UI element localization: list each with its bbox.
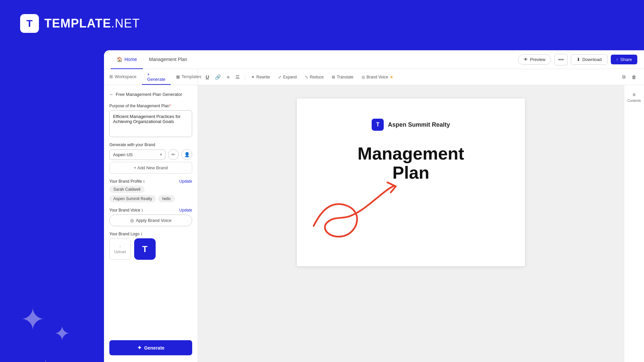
tab-management-plan[interactable]: Management Plan [143, 50, 193, 69]
logo-brand-name: TEMPLATE [44, 16, 111, 30]
tab-workspace-label: Workspace [115, 74, 137, 79]
logo-preview: T [134, 238, 156, 260]
expand-label: Expand [283, 75, 297, 79]
star-icon-2: ✦ [54, 322, 70, 345]
doc-title-line1: Management [358, 144, 464, 163]
translate-button[interactable]: ⊞ Translate [328, 73, 357, 81]
add-brand-button[interactable]: + Add New Brand [109, 162, 192, 174]
share-icon: ↑ [616, 57, 619, 62]
profile-tags: Sarah Caldwell Aspen Summit Realty hello [109, 186, 192, 202]
document-page: T Aspen Summit Realty Management Plan [297, 99, 525, 266]
more-button[interactable]: ••• [554, 54, 568, 65]
reduce-button[interactable]: ⤡ Reduce [302, 73, 327, 81]
edit-icon: ✏ [171, 152, 175, 157]
brand-voice-title-row: Your Brand Voice ℹ [109, 208, 143, 213]
generate-sparkle-icon: ✦ [137, 345, 142, 351]
link-button[interactable]: 🔗 [213, 73, 223, 81]
brand-voice-header: Your Brand Voice ℹ Update [109, 208, 192, 213]
rewrite-button[interactable]: ✦ Rewrite [248, 73, 273, 81]
app-nav-tabs: 🏠 Home Management Plan [111, 50, 193, 69]
doc-brand-icon: T [372, 119, 384, 131]
profile-tag-3: hello [158, 195, 174, 202]
expand-button[interactable]: ⤢ Expand [275, 73, 300, 81]
edit-brand-button[interactable]: ✏ [168, 149, 179, 160]
app-window: 🏠 Home Management Plan 👁 Preview ••• ⬇ D… [104, 50, 644, 362]
copy-button[interactable]: ⧉ [620, 72, 628, 81]
apply-brand-voice-label: Apply Brand Voice [136, 218, 171, 223]
tab-generate[interactable]: + Generate [142, 69, 171, 85]
expand-icon: ⤢ [278, 75, 281, 79]
app-topbar-actions: 👁 Preview ••• ⬇ Download ↑ Share [518, 54, 637, 65]
doc-title: Management Plan [358, 144, 464, 182]
download-label: Download [582, 57, 602, 62]
reduce-label: Reduce [310, 75, 324, 79]
brand-voice-section-label: Your Brand Voice [109, 208, 140, 213]
generate-label: Generate [144, 345, 165, 351]
back-arrow-icon: ← [109, 92, 114, 97]
brand-profile-title-row: Your Brand Profile ℹ [109, 179, 145, 184]
brand-voice-icon: ◎ [362, 75, 365, 79]
star-icon-1: ✦ [20, 302, 45, 337]
tab-home[interactable]: 🏠 Home [111, 50, 143, 69]
top-bar: T TEMPLATE.NET [0, 0, 644, 47]
generate-button[interactable]: ✦ Generate [109, 340, 192, 355]
purpose-input[interactable]: Efficient Management Practices for Achie… [109, 110, 192, 137]
preview-icon: 👁 [524, 57, 528, 62]
list-button[interactable]: ≡ [224, 73, 232, 81]
tab-generate-label: + Generate [147, 72, 165, 82]
preview-button[interactable]: 👁 Preview [518, 54, 551, 65]
brand-profile-header: Your Brand Profile ℹ Update [109, 179, 192, 184]
align-button[interactable]: ☰ [233, 73, 242, 81]
brand-voice-star-icon: ★ [390, 75, 393, 79]
brand-logo-title-row: Your Brand Logo ℹ [109, 232, 142, 236]
underline-button[interactable]: U [203, 73, 211, 81]
more-icon: ••• [558, 57, 564, 63]
brand-voice-info-icon: ℹ [142, 208, 143, 213]
trash-button[interactable]: 🗑 [629, 73, 639, 81]
tab-workspace[interactable]: ⊞ Workspace [104, 69, 142, 85]
back-nav[interactable]: ← Free Management Plan Generator [109, 92, 192, 97]
logo-suffix: .NET [111, 16, 140, 30]
translate-label: Translate [337, 75, 354, 79]
rewrite-icon: ✦ [251, 75, 255, 79]
contents-button[interactable]: ≡ Contents [626, 89, 642, 105]
purpose-label: Purpose of the Management Plan* [109, 104, 192, 108]
translate-icon: ⊞ [332, 75, 335, 79]
brand-logo-info-icon: ℹ [141, 232, 142, 236]
brand-logo-header: Your Brand Logo ℹ [109, 232, 192, 236]
person-icon: 👤 [184, 152, 190, 157]
share-button[interactable]: ↑ Share [611, 55, 637, 64]
templates-icon: ▦ [176, 74, 180, 79]
contents-label: Contents [627, 99, 641, 103]
tab-management-plan-label: Management Plan [149, 57, 187, 62]
toolbar-right-actions: ⧉ 🗑 [620, 72, 639, 81]
toolbar-tabs: ⊞ Workspace + Generate ▦ Templates [104, 69, 198, 85]
brand-voice-button[interactable]: ◎ Brand Voice ★ [358, 73, 397, 81]
profile-tag-2: Aspen Summit Realty [109, 195, 156, 202]
toolbar-separator-1 [245, 74, 245, 80]
brand-voice-update-link[interactable]: Update [179, 208, 192, 213]
purpose-section: Purpose of the Management Plan* Efficien… [109, 104, 192, 137]
apply-brand-voice-button[interactable]: ◎ Apply Brand Voice [109, 215, 192, 226]
brand-section: Generate with your Brand Aspen US Brand … [109, 142, 192, 174]
brand-profile-update-link[interactable]: Update [179, 179, 192, 184]
main-content: ← Free Management Plan Generator Purpose… [104, 85, 644, 362]
brand-select[interactable]: Aspen US Brand 2 Brand 3 [109, 149, 165, 160]
document-area: T Aspen Summit Realty Management Plan [198, 85, 624, 362]
logo-letter: T [26, 18, 33, 29]
download-button[interactable]: ⬇ Download [571, 54, 607, 65]
app-topbar: 🏠 Home Management Plan 👁 Preview ••• ⬇ D… [104, 50, 644, 69]
share-label: Share [620, 57, 632, 62]
brand-logo-section: Your Brand Logo ℹ ↑ Upload T [109, 232, 192, 260]
star-icon-3: ✦ [30, 352, 61, 362]
contents-sidebar: ≡ Contents [624, 85, 644, 362]
required-marker: * [169, 104, 171, 108]
home-icon: 🏠 [117, 57, 122, 62]
left-panel: ← Free Management Plan Generator Purpose… [104, 85, 198, 362]
person-brand-button[interactable]: 👤 [181, 149, 192, 160]
upload-logo-button[interactable]: ↑ Upload [109, 238, 131, 260]
brand-profile-info-icon: ℹ [143, 179, 145, 184]
contents-icon: ≡ [633, 92, 636, 98]
profile-tag-1: Sarah Caldwell [109, 186, 145, 193]
download-icon: ⬇ [577, 57, 580, 62]
